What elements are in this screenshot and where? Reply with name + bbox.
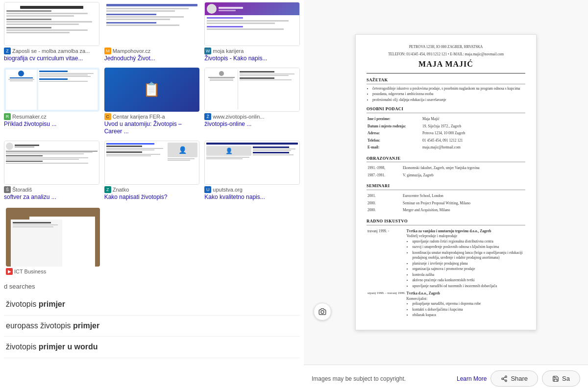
- image-card-5[interactable]: 📋 C Centar karijera FER-a Uvod u anatomi…: [102, 66, 202, 138]
- section-title-seminari: SEMINARI: [367, 183, 525, 190]
- job1-bullets: upravljanje radom četiri regionalna dist…: [406, 239, 524, 289]
- svg-point-2: [502, 378, 504, 380]
- source-url-3: moja karijera: [213, 48, 244, 54]
- job1-period: travanj 1999. -: [368, 228, 405, 290]
- section-title-sazetak: SAŽETAK: [367, 77, 525, 84]
- image-card-3[interactable]: W moja karijera Životopis - Kako napis..…: [202, 0, 302, 65]
- image-card-ict[interactable]: ▶ ICT Business: [4, 206, 102, 277]
- source-badge-3: W moja karijera: [204, 48, 300, 54]
- table-row: 1991.-1998, Ekonomski fakultet, Zagreb, …: [368, 165, 524, 172]
- share-label: Share: [511, 375, 528, 382]
- image-card-1[interactable]: Z Zaposli se - molba zamolba za... biogr…: [2, 0, 101, 65]
- image-card-9[interactable]: 👤 U u: [202, 139, 302, 203]
- source-icon-2: M: [104, 48, 111, 54]
- image-title-1[interactable]: biografija cv curriculum vitae...: [4, 55, 99, 63]
- learn-more-link[interactable]: Learn More: [457, 375, 487, 382]
- table-row: travanj 1999. - Tvrtka za vanjsku i unut…: [368, 228, 524, 290]
- image-title-3[interactable]: Životopis - Kako napis...: [204, 55, 300, 63]
- list-item: koordinacija unutar maloprodajnog lanca …: [412, 250, 524, 261]
- seminari-table: 2001. Eurocentre School, London 2000. Se…: [367, 192, 525, 215]
- job1-role: Voditelj veleprodaje i maloprodaje: [406, 234, 524, 239]
- resume-name: MAJA MAJIĆ: [367, 59, 525, 70]
- section-sazetak: SAŽETAK četverogodišnje iskustvo u poslo…: [367, 77, 525, 102]
- resume-address: PETROVA 123H, IO 000 ZAGREB, HRVATSKA: [367, 45, 525, 50]
- related-searches: d searches životopis primjer europass ži…: [0, 279, 304, 362]
- save-button[interactable]: Sa: [542, 370, 580, 387]
- list-item: upravljanje narudžbi od tuzemnih i inoze…: [412, 284, 524, 289]
- detail-2: V. gimnazija, Zagreb: [403, 172, 524, 179]
- image-title-6[interactable]: životopis-online ...: [204, 121, 300, 128]
- image-title-8[interactable]: Kako napisati životopis?: [104, 194, 200, 201]
- label-telefon: Telefon:: [368, 138, 421, 144]
- detail-1: Ekonomski fakultet, Zagreb, smjer Vanjsk…: [403, 165, 524, 172]
- list-item: organizacija sajmova i promotivne prodaj…: [412, 267, 524, 272]
- list-item: prikupljanje narudžbi, otprema i doprema…: [412, 301, 524, 307]
- left-panel: Z Zaposli se - molba zamolba za... biogr…: [0, 0, 304, 392]
- source-badge-1: Z Zaposli se - molba zamolba za...: [4, 48, 99, 54]
- image-title-2[interactable]: Jednoduchý Život...: [104, 55, 200, 63]
- image-title-5[interactable]: Uvod u anatomiju: Životopis – Career ...: [104, 121, 200, 136]
- related-item-1[interactable]: životopis primjer: [4, 294, 300, 315]
- resume-contact: TELEFON: 01/4345 454, 091/1212 121 • E-M…: [367, 52, 525, 57]
- section-radno-iskustvo: RADNO ISKUSTVO travanj 1999. - Tvrtka za…: [367, 219, 525, 320]
- obrazovanje-table: 1991.-1998, Ekonomski fakultet, Zagreb, …: [367, 164, 525, 179]
- table-row: Datum i mjesto rođenja: 19. Siječnja 197…: [368, 123, 524, 130]
- source-url-5: Centar karijera FER-a: [113, 114, 165, 120]
- radno-table-1: travanj 1999. - Tvrtka za vanjsku i unut…: [367, 227, 525, 320]
- job2-bullets: prikupljanje narudžbi, otprema i doprema…: [406, 301, 524, 318]
- source-icon-9: U: [204, 186, 211, 193]
- list-item: kontrola zaliha: [412, 272, 524, 278]
- list-item: aktivno praćenje rada konkurentskih tvrt…: [412, 278, 524, 283]
- table-row: srpanj 1998. - travanj 1999. Tvrtka d.o.…: [368, 291, 524, 319]
- share-button[interactable]: Share: [490, 370, 538, 387]
- image-card-2[interactable]: M Mampohovor.cz Jednoduchý Život...: [102, 0, 202, 65]
- source-icon-5: C: [104, 113, 111, 120]
- section-title-obrazovanje: OBRAZOVANJE: [367, 156, 525, 163]
- resume-header: PETROVA 123H, IO 000 ZAGREB, HRVATSKA TE…: [367, 45, 525, 73]
- sazetak-item-1: četverogodišnje iskustvo u poslovima pro…: [372, 86, 525, 92]
- image-title-7[interactable]: softver za analizu ...: [4, 194, 99, 201]
- image-card-7[interactable]: Š Štoradiš softver za analizu ...: [2, 139, 101, 203]
- sem-detail-2: Seminar on Project Proposal Writting, Mi…: [403, 200, 524, 207]
- list-item: upravljanje radom četiri regionalna dist…: [412, 239, 524, 245]
- sazetak-list: četverogodišnje iskustvo u poslovima pro…: [367, 86, 525, 103]
- image-card-6[interactable]: Ž www.zivotopis-onlin... životopis-onlin…: [202, 66, 302, 138]
- table-row: 2000. Seminar on Project Proposal Writti…: [368, 200, 524, 207]
- label-email: E-mail:: [368, 145, 421, 151]
- list-item: kontakti s dobavljačima i kupcima: [412, 307, 524, 313]
- list-item: razvoj i unapređenje poslovnih odnosa s …: [412, 245, 524, 250]
- source-badge-6: Ž www.zivotopis-onlin...: [204, 113, 300, 120]
- preview-area: PETROVA 123H, IO 000 ZAGREB, HRVATSKA TE…: [304, 0, 588, 365]
- label-datum: Datum i mjesto rođenja:: [368, 123, 421, 130]
- image-title-9[interactable]: Kako kvalitetno napis...: [204, 194, 300, 201]
- source-url-ict: ICT Business: [14, 269, 46, 274]
- resume-preview: PETROVA 123H, IO 000 ZAGREB, HRVATSKA TE…: [355, 34, 537, 330]
- list-item: obilazak kupaca: [412, 313, 524, 318]
- source-icon-8: Z: [104, 186, 111, 193]
- source-badge-8: Z Znatko: [104, 186, 200, 193]
- camera-search-button[interactable]: [314, 303, 331, 320]
- section-title-osobni: OSOBNI PODACI: [367, 106, 525, 113]
- source-url-9: uputstva.org: [213, 187, 243, 193]
- period-1: 1991.-1998,: [368, 165, 402, 172]
- source-badge-ict: ▶ ICT Business: [6, 268, 100, 275]
- job1-company: Tvrtka za vanjsku i unutarnju trgovinu d…: [406, 229, 524, 234]
- image-card-4[interactable]: R Resumaker.cz Příklad životopisu ...: [2, 66, 101, 138]
- related-prefix: d searches: [4, 283, 35, 290]
- source-badge-9: U uputstva.org: [204, 186, 300, 193]
- source-url-7: Štoradiš: [12, 187, 32, 193]
- image-title-4[interactable]: Příklad životopisu ...: [4, 121, 99, 128]
- source-badge-5: C Centar karijera FER-a: [104, 113, 200, 120]
- value-email: maja.majic@hotmail.com: [422, 145, 524, 151]
- source-icon-7: Š: [4, 186, 11, 193]
- svg-point-3: [505, 380, 507, 382]
- related-item-3[interactable]: životopis primjer u wordu: [4, 337, 300, 358]
- table-row: Adresa: Petrova 1234, 10 000 Zagreb: [368, 130, 524, 137]
- section-osobni-podaci: OSOBNI PODACI Ime i prezime: Maja Majić …: [367, 106, 525, 151]
- table-row: 2000. Merger and Acquisition, Milano: [368, 207, 524, 214]
- source-url-6: www.zivotopis-onlin...: [213, 114, 264, 120]
- table-row: Telefon: 01 4545 454, 091 1212 121: [368, 138, 524, 144]
- svg-point-0: [321, 311, 324, 314]
- related-item-2[interactable]: europass životopis primjer: [4, 316, 300, 337]
- image-card-8[interactable]: 👤 Z Znatko Kako napisati životopis?: [102, 139, 202, 203]
